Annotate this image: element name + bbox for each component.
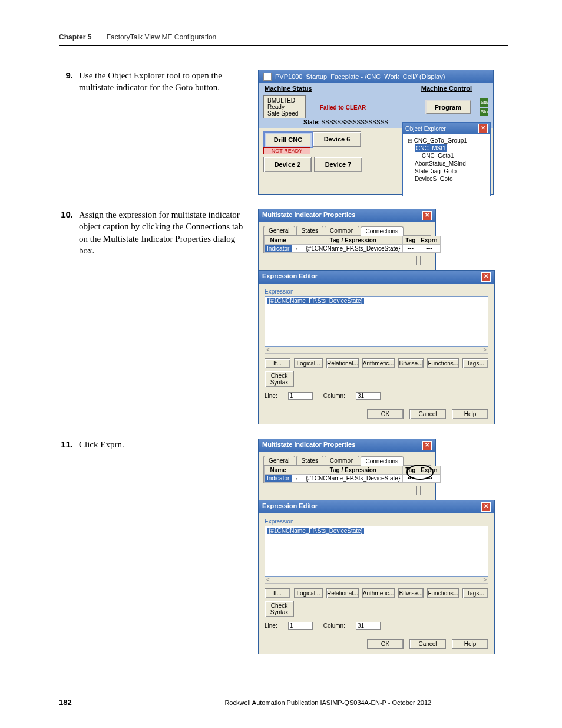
cell-exprn-browse[interactable]: ••• <box>418 245 440 253</box>
device-7-button[interactable]: Device 7 <box>314 157 362 172</box>
tab-general[interactable]: General <box>263 226 295 235</box>
cancel-button[interactable]: Cancel <box>409 639 446 649</box>
close-icon[interactable]: ✕ <box>422 441 432 450</box>
cell-expression[interactable]: {#1CNCName_FP.Sts_DeviceState} <box>303 245 403 253</box>
object-explorer-panel: Object Explorer ✕ ⊟ CNC_GoTo_Group1 CNC_… <box>402 122 491 196</box>
col-exprn: Exprn <box>418 466 440 475</box>
tree-node-cnc-msi1[interactable]: CNC_MSI1 <box>415 144 447 152</box>
device-drill-cnc-status: NOT READY <box>263 147 310 154</box>
step-10-text: Assign the expression for multistate ind… <box>79 209 250 256</box>
if-button[interactable]: If... <box>265 358 290 368</box>
ok-button[interactable]: OK <box>367 639 404 649</box>
app-icon <box>263 73 272 81</box>
tree-node-group[interactable]: ⊟ CNC_GoTo_Group1 <box>406 137 487 144</box>
state-value: SSSSSSSSSSSSSSSSS <box>322 119 388 126</box>
tab-common[interactable]: Common <box>325 456 359 465</box>
cell-indicator-name[interactable]: Indicator <box>265 245 292 253</box>
tool-icon-1[interactable] <box>408 256 417 265</box>
display-window-title-text: PVP1000_Startup_Faceplate - /CNC_Work_Ce… <box>275 73 445 80</box>
cell-exprn-browse[interactable]: ••• <box>418 475 440 483</box>
tree-node-cnc-goto1[interactable]: CNC_Goto1 <box>406 152 487 160</box>
column-label: Column: <box>323 622 345 629</box>
publication-id: Rockwell Automation Publication IASIMP-Q… <box>224 699 392 706</box>
close-icon[interactable]: ✕ <box>481 272 491 282</box>
status-l2: Ready <box>267 104 302 110</box>
tool-icon-1[interactable] <box>408 486 417 495</box>
tree-node-devices-goto[interactable]: DeviceS_Goto <box>406 175 487 183</box>
help-button[interactable]: Help <box>452 409 488 419</box>
expression-label: Expression <box>265 518 488 525</box>
publication-date: October 2012 <box>392 699 431 706</box>
arithmetic-button[interactable]: Arithmetic... <box>362 588 395 598</box>
check-syntax-button[interactable]: Check Syntax <box>265 601 294 617</box>
expression-editor-dialog-2: Expression Editor ✕ Expression {#1CNCNam… <box>258 500 495 654</box>
close-icon[interactable]: ✕ <box>422 211 432 220</box>
step-9-num: 9. <box>59 70 73 80</box>
functions-button[interactable]: Functions... <box>427 588 459 598</box>
tree-node-statediag[interactable]: StateDiag_Goto <box>406 167 487 175</box>
logical-button[interactable]: Logical... <box>294 588 323 598</box>
col-tag: Tag <box>403 236 418 245</box>
start-indicator[interactable]: Sta <box>480 98 488 107</box>
step-10: 10. Assign the expression for multistate… <box>59 209 508 424</box>
device-2-button[interactable]: Device 2 <box>263 157 312 172</box>
tab-states[interactable]: States <box>296 226 323 235</box>
relational-button[interactable]: Relational... <box>326 588 359 598</box>
step-11-text: Click Exprn. <box>79 439 250 450</box>
msi-properties-dialog: Multistate Indicator Properties ✕ Genera… <box>258 209 436 271</box>
machine-status-heading: Machine Status <box>265 85 312 92</box>
bitwise-button[interactable]: Bitwise... <box>398 588 424 598</box>
close-icon[interactable]: ✕ <box>478 124 488 133</box>
step-9: 9. Use the Object Explorer tool to open … <box>59 70 508 195</box>
stop-indicator[interactable]: Sto <box>480 108 488 116</box>
ok-button[interactable]: OK <box>367 409 404 419</box>
page-footer: 182 Rockwell Automation Publication IASI… <box>59 698 508 707</box>
tags-button[interactable]: Tags... <box>462 588 488 598</box>
msi-dialog-title: Multistate Indicator Properties <box>262 211 355 220</box>
display-window-title: PVP1000_Startup_Faceplate - /CNC_Work_Ce… <box>259 70 493 83</box>
tab-connections[interactable]: Connections <box>361 226 404 236</box>
check-syntax-button[interactable]: Check Syntax <box>265 371 294 387</box>
col-name: Name <box>265 466 292 475</box>
close-icon[interactable]: ✕ <box>481 502 491 512</box>
logical-button[interactable]: Logical... <box>294 358 323 368</box>
tab-states[interactable]: States <box>296 456 323 465</box>
cell-arrow: ← <box>292 475 303 483</box>
step-11-num: 11. <box>59 439 73 449</box>
tab-general[interactable]: General <box>263 456 295 465</box>
bitwise-button[interactable]: Bitwise... <box>398 358 424 368</box>
program-button[interactable]: Program <box>425 100 471 114</box>
expression-value: {#1CNCName_FP.Sts_DeviceState} <box>267 528 364 534</box>
help-button[interactable]: Help <box>452 639 488 649</box>
msi-properties-dialog-2: Multistate Indicator Properties ✕ Genera… <box>258 439 436 500</box>
cell-indicator-name[interactable]: Indicator <box>265 475 292 483</box>
relational-button[interactable]: Relational... <box>326 358 359 368</box>
header-rule <box>59 45 508 46</box>
tree-node-abortstatus[interactable]: AbortStatus_MSInd <box>406 160 487 167</box>
tool-icon-2[interactable] <box>420 486 429 495</box>
page-header: Chapter 5 FactoryTalk View ME Configurat… <box>59 33 508 41</box>
col-tag: Tag <box>403 466 418 475</box>
cell-tag-browse[interactable]: ••• <box>403 475 418 483</box>
arithmetic-button[interactable]: Arithmetic... <box>362 358 395 368</box>
tags-button[interactable]: Tags... <box>462 358 488 368</box>
col-name: Name <box>265 236 292 245</box>
tab-connections[interactable]: Connections <box>361 456 404 466</box>
device-6-button[interactable]: Device 6 <box>313 131 361 147</box>
cell-tag-browse[interactable]: ••• <box>403 245 418 253</box>
device-drill-cnc-button[interactable]: Drill CNC <box>263 131 313 148</box>
cell-expression[interactable]: {#1CNCName_FP.Sts_DeviceState} <box>303 475 403 483</box>
expression-textarea[interactable]: {#1CNCName_FP.Sts_DeviceState} <box>265 526 488 577</box>
expression-textarea[interactable]: {#1CNCName_FP.Sts_DeviceState} <box>265 296 488 347</box>
column-value: 31 <box>356 622 381 630</box>
cancel-button[interactable]: Cancel <box>409 409 446 419</box>
tab-common[interactable]: Common <box>325 226 359 235</box>
expression-label: Expression <box>265 288 488 295</box>
functions-button[interactable]: Functions... <box>427 358 459 368</box>
msi-dialog-title: Multistate Indicator Properties <box>262 441 355 450</box>
chapter-label: Chapter 5 <box>59 33 91 41</box>
column-label: Column: <box>323 393 345 399</box>
object-explorer-tree[interactable]: ⊟ CNC_GoTo_Group1 CNC_MSI1 CNC_Goto1 Abo… <box>403 134 490 196</box>
tool-icon-2[interactable] <box>420 256 429 265</box>
if-button[interactable]: If... <box>265 588 290 598</box>
